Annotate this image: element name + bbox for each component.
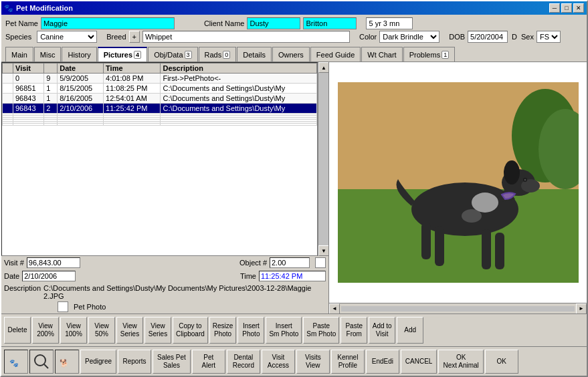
pet-photo-checkbox[interactable] [58, 301, 68, 312]
status-icon-1[interactable]: 🐾 [4, 350, 28, 374]
col-date: Date [58, 64, 104, 74]
resize-photo-button[interactable]: ResizePhoto [209, 317, 237, 344]
tab-history[interactable]: History [62, 47, 96, 61]
visit-access-button[interactable]: VisitAccess [262, 350, 295, 374]
table-scrollbar[interactable]: ▲ ▼ [318, 62, 328, 256]
svg-text:🐕: 🐕 [60, 358, 69, 368]
pet-name-input[interactable] [41, 17, 175, 29]
tab-feed-guide[interactable]: Feed Guide [310, 47, 361, 61]
client-first-input[interactable] [247, 17, 300, 29]
copy-clipboard-button[interactable]: Copy toClipboard [173, 317, 208, 344]
table-row[interactable]: 095/9/20054:01:08 PMFirst->PetPhoto<- [3, 74, 317, 84]
reports-button[interactable]: Reports [118, 350, 151, 374]
dob-input[interactable] [468, 31, 508, 43]
col-obj [44, 64, 58, 74]
tab-rads[interactable]: Rads0 [199, 47, 237, 61]
ok-button[interactable]: OK [485, 350, 518, 374]
view-series1-button[interactable]: ViewSeries [116, 317, 143, 344]
description-value: C:\Documents and Settings\Dusty\My Docum… [43, 284, 326, 300]
app-icon: 🐾 [4, 4, 13, 13]
svg-rect-9 [482, 229, 491, 269]
date-info-row: Date Time [1, 269, 328, 283]
visits-view-button[interactable]: VisitsView [296, 350, 330, 374]
scroll-left-btn[interactable]: ◄ [329, 303, 340, 314]
view50-button[interactable]: View50% [88, 317, 115, 344]
h-scroll-track [341, 306, 575, 311]
svg-point-16 [524, 179, 526, 181]
cancel-button[interactable]: CANCEL [401, 350, 437, 374]
titlebar: 🐾 Pet Modification ─ □ ✕ [1, 1, 587, 15]
window-title: Pet Modification [16, 4, 73, 12]
tab-problems[interactable]: Problems1 [403, 47, 455, 61]
tab-pictures[interactable]: Pictures4 [98, 47, 147, 61]
tab-misc[interactable]: Misc [34, 47, 62, 61]
tab-details[interactable]: Details [237, 47, 272, 61]
dog-photo [338, 82, 579, 283]
delete-button[interactable]: Delete [4, 317, 31, 344]
minimize-button[interactable]: ─ [549, 3, 560, 13]
paste-sm-photo-button[interactable]: PasteSm Photo [303, 317, 339, 344]
insert-sm-photo-button[interactable]: InsertSm Photo [266, 317, 302, 344]
ok-next-button[interactable]: OKNext Animal [438, 350, 483, 374]
maximize-button[interactable]: □ [561, 3, 572, 13]
checkbox[interactable] [315, 257, 326, 268]
svg-point-14 [462, 209, 482, 223]
kennel-profile-button[interactable]: KennelProfile [331, 350, 365, 374]
description-area: Description C:\Documents and Settings\Du… [1, 283, 328, 313]
view200-button[interactable]: View200% [32, 317, 59, 344]
table-row[interactable] [3, 124, 317, 126]
date-value-input[interactable] [22, 271, 76, 281]
main-window: 🐾 Pet Modification ─ □ ✕ Pet Name Client… [0, 0, 588, 377]
table-row[interactable]: 9684318/16/200512:54:01 AMC:\Documents a… [3, 94, 317, 104]
status-icon-3[interactable]: 🐕 [55, 350, 79, 374]
sex-label: Sex [521, 33, 534, 41]
window-controls: ─ □ ✕ [549, 3, 584, 13]
breed-plus-button[interactable]: + [129, 31, 140, 43]
tabs-bar: Main Misc History Pictures4 Obj/Data3 Ra… [1, 47, 587, 61]
add-button[interactable]: Add [397, 317, 423, 344]
status-icon-2[interactable] [29, 350, 54, 374]
table-row[interactable]: 9684322/10/200611:25:42 PMC:\Documents a… [3, 104, 317, 114]
end-edit-button[interactable]: EndEdi [366, 350, 399, 374]
col-checkbox [3, 64, 13, 74]
dental-record-button[interactable]: DentalRecord [227, 350, 260, 374]
pictures-table[interactable]: Visit Date Time Description 095/9/20054:… [1, 62, 318, 256]
tab-main[interactable]: Main [5, 47, 33, 61]
date-label: Date [4, 272, 19, 280]
species-select[interactable]: Canine [37, 31, 97, 43]
paste-from-button[interactable]: PasteFrom [340, 317, 367, 344]
left-panel: Visit Date Time Description 095/9/20054:… [1, 62, 329, 313]
scroll-up-btn[interactable]: ▲ [318, 62, 328, 73]
tab-wt-chart[interactable]: Wt Chart [361, 47, 402, 61]
dob-label: DOB [449, 33, 465, 41]
sex-select[interactable]: FS [536, 31, 561, 43]
breed-input[interactable] [142, 31, 350, 43]
pedigree-button[interactable]: Pedigree [80, 350, 116, 374]
status-bar: 🐾 🐕 Pedigree Reports Sales PetSales PetA… [1, 346, 587, 376]
table-row[interactable]: 9685118/15/200511:08:25 PMC:\Documents a… [3, 84, 317, 94]
scroll-right-btn[interactable]: ► [576, 303, 587, 314]
scroll-down-btn[interactable]: ▼ [318, 245, 328, 256]
tab-owners[interactable]: Owners [272, 47, 310, 61]
add-to-visit-button[interactable]: Add toVisit [369, 317, 395, 344]
time-label: Time [240, 272, 256, 280]
horizontal-scrollbar[interactable]: ◄ ► [329, 303, 587, 313]
svg-rect-12 [421, 223, 431, 259]
time-value-input[interactable] [259, 271, 326, 281]
object-value-input [270, 257, 310, 268]
close-button[interactable]: ✕ [573, 3, 584, 13]
color-select[interactable]: Dark Brindle [379, 31, 439, 43]
client-name-label: Client Name [204, 19, 245, 27]
sales-pet-button[interactable]: Sales PetSales [153, 350, 191, 374]
insert-photo-button[interactable]: InsertPhoto [237, 317, 264, 344]
object-label: Object # [239, 259, 267, 267]
title-area: 🐾 Pet Modification [4, 4, 73, 13]
view100-button[interactable]: View100% [60, 317, 87, 344]
client-last-input[interactable] [303, 17, 357, 29]
svg-rect-10 [495, 233, 504, 269]
breed-label: Breed [106, 33, 126, 41]
pet-photo-label: Pet Photo [74, 303, 106, 311]
view-series2-button[interactable]: ViewSeries [144, 317, 171, 344]
tab-objdata[interactable]: Obj/Data3 [148, 47, 197, 61]
pet-alert-button[interactable]: PetAlert [192, 350, 225, 374]
